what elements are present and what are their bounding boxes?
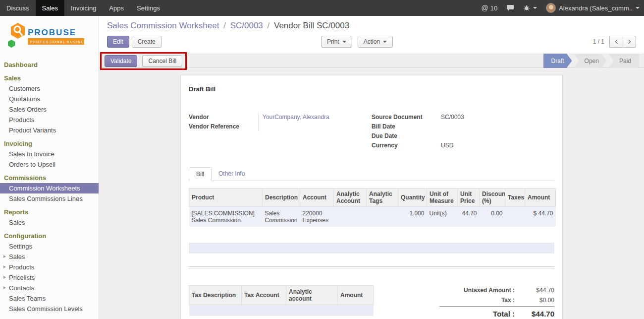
debug-menu-button[interactable]	[519, 0, 541, 16]
cancel-bill-button[interactable]: Cancel Bill	[142, 55, 182, 67]
print-label: Print	[327, 38, 339, 45]
top-menubar: Discuss Sales Invoicing Apps Settings @ …	[0, 0, 644, 16]
breadcrumb-sc0003-link[interactable]: SC/0003	[230, 21, 263, 30]
tab-bill[interactable]: Bill	[189, 167, 212, 181]
tax-and-totals: Tax Description Tax Account Analytic acc…	[189, 285, 554, 319]
sidebar-item-label: Products	[9, 263, 34, 271]
menu-sales[interactable]: Sales	[36, 0, 65, 16]
menu-invoicing[interactable]: Invoicing	[64, 0, 103, 16]
sidebar-item-config-pricelists[interactable]: Pricelists	[0, 272, 99, 283]
tax-lines-table: Tax Description Tax Account Analytic acc…	[189, 285, 374, 316]
chevron-right-icon	[627, 40, 631, 44]
tax-label: Tax :	[501, 297, 515, 304]
main-content: Sales Commission Worksheet / SC/0003 / V…	[99, 16, 644, 319]
topbar-right: @ 10 Alexandra (Sales_comm..	[477, 0, 644, 16]
sidebar-section-sales[interactable]: Sales	[0, 72, 99, 83]
col-quantity: Quantity	[398, 189, 427, 207]
cell-amount: $ 44.70	[525, 207, 556, 227]
menu-settings[interactable]: Settings	[130, 0, 166, 16]
mention-counter-button[interactable]: @ 10	[477, 0, 502, 16]
sidebar-item-config-contacts[interactable]: Contacts	[0, 283, 99, 293]
user-menu[interactable]: Alexandra (Sales_comm..	[541, 0, 644, 16]
sidebar-item-customers[interactable]: Customers	[0, 83, 99, 94]
due-date-value	[441, 131, 554, 141]
section-separator	[189, 266, 554, 268]
chevron-down-icon	[383, 41, 387, 43]
messages-button[interactable]	[502, 0, 519, 16]
col-taxes: Taxes	[505, 189, 525, 207]
pager-previous-button[interactable]	[609, 36, 623, 48]
menu-apps[interactable]: Apps	[103, 0, 130, 16]
sidebar-item-sales-to-invoice[interactable]: Sales to Invoice	[0, 149, 99, 159]
sidebar-item-sales-orders[interactable]: Sales Orders	[0, 104, 99, 115]
sidebar-section-commissions[interactable]: Commissions	[0, 172, 99, 183]
form-view: Draft Bill Vendor YourCompany, Alexandra…	[99, 68, 644, 319]
lines-header-row: Product Description Account Analytic Acc…	[189, 189, 556, 207]
sidebar-item-orders-to-upsell[interactable]: Orders to Upsell	[0, 159, 99, 170]
sidebar-item-sales-commissions-lines[interactable]: Sales Commissions Lines	[0, 193, 99, 204]
sidebar-section-dashboard[interactable]: Dashboard	[0, 59, 99, 70]
sidebar-item-reports-sales[interactable]: Sales	[0, 217, 99, 228]
col-analytic-tags: Analytic Tags	[367, 189, 398, 207]
field-group: Vendor YourCompany, Alexandra Vendor Ref…	[189, 113, 554, 150]
sidebar-item-quotations[interactable]: Quotations	[0, 94, 99, 104]
col-discount: Discount (%)	[480, 189, 505, 207]
vendor-reference-label: Vendor Reference	[189, 122, 258, 131]
tab-other-info[interactable]: Other Info	[212, 167, 252, 181]
status-pipeline: Draft Open Paid	[542, 54, 639, 68]
action-label: Action	[364, 38, 380, 45]
invoice-lines-table: Product Description Account Analytic Acc…	[189, 188, 556, 227]
tax-lines: Tax Description Tax Account Analytic acc…	[189, 285, 373, 319]
menu-discuss[interactable]: Discuss	[0, 0, 36, 16]
create-button[interactable]: Create	[132, 36, 161, 48]
sidebar-item-sales-commission-levels[interactable]: Sales Commission Levels	[0, 304, 99, 314]
sidebar-section-configuration[interactable]: Configuration	[0, 230, 99, 241]
sidebar-item-config-sales[interactable]: Sales	[0, 252, 99, 262]
col-tax-amount: Amount	[338, 286, 374, 305]
cell-account: 220000 Expenses	[300, 207, 334, 227]
col-unit-of-measure: Unit of Measure	[427, 189, 458, 207]
at-icon: @	[481, 4, 488, 12]
company-logo: PROBUSE PROFESSIONAL BUSINESS	[0, 16, 99, 57]
sidebar-item-settings[interactable]: Settings	[0, 241, 99, 252]
vendor-value-link[interactable]: YourCompany, Alexandra	[263, 114, 329, 121]
sheet-title: Draft Bill	[189, 85, 554, 93]
col-account: Account	[300, 189, 334, 207]
sidebar-section-invoicing[interactable]: Invoicing	[0, 138, 99, 149]
breadcrumb-worksheet-link[interactable]: Sales Commission Worksheet	[107, 21, 219, 30]
chevron-down-icon	[636, 7, 640, 9]
sidebar-item-products[interactable]: Products	[0, 115, 99, 125]
sidebar-item-commission-worksheets[interactable]: Commission Worksheets	[0, 183, 99, 193]
pager: 1 / 1	[593, 36, 636, 48]
logo-hexagon-small	[8, 40, 15, 48]
chevron-down-icon	[342, 41, 346, 43]
logo-hexagon	[11, 23, 25, 39]
cell-analytic-account	[334, 207, 367, 227]
sidebar-item-product-variants[interactable]: Product Variants	[0, 125, 99, 135]
cell-description: Sales Commission	[263, 207, 300, 227]
col-unit-price: Unit Price	[458, 189, 480, 207]
state-open[interactable]: Open	[574, 54, 607, 68]
annotation-red-box: Validate Cancel Bill	[100, 52, 187, 70]
chevron-left-icon	[615, 40, 619, 44]
action-menu-button[interactable]: Action	[358, 36, 393, 48]
breadcrumb-current: Vendor Bill SC/0003	[274, 21, 349, 30]
currency-label: Currency	[372, 141, 441, 150]
sidebar-item-sales-teams[interactable]: Sales Teams	[0, 293, 99, 304]
invoice-line-row[interactable]: [SALES COMMISSION] Sales Commission Sale…	[189, 207, 556, 227]
col-tax-account: Tax Account	[242, 286, 286, 305]
notebook-tabs: Bill Other Info	[189, 167, 554, 181]
tax-value: $0.00	[515, 297, 554, 304]
state-paid[interactable]: Paid	[608, 54, 639, 68]
pager-next-button[interactable]	[623, 36, 636, 48]
print-menu-button[interactable]: Print	[321, 36, 352, 48]
edit-button[interactable]: Edit	[107, 36, 129, 48]
state-draft: Draft	[543, 54, 572, 68]
sidebar-item-label: Pricelists	[9, 274, 35, 281]
empty-line-stripe	[189, 243, 554, 254]
expand-arrow-icon	[3, 265, 6, 268]
sidebar-item-label: Sales	[9, 253, 25, 260]
validate-button[interactable]: Validate	[105, 55, 137, 67]
sidebar-item-config-products[interactable]: Products	[0, 262, 99, 272]
sidebar-section-reports[interactable]: Reports	[0, 206, 99, 217]
